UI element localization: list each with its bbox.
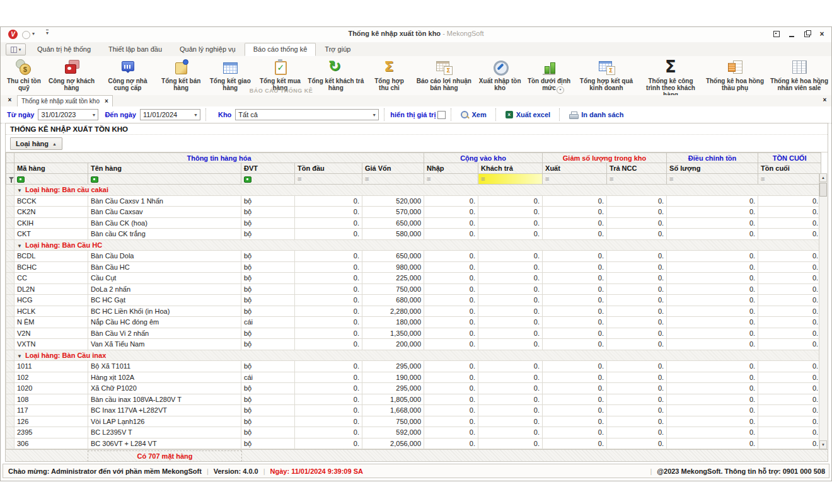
ribbon-item[interactable]: Công nợ khách hàng xyxy=(45,57,99,91)
col-header-customer-return[interactable]: Khách trả xyxy=(478,163,543,174)
filter-opening[interactable]: = xyxy=(295,174,362,185)
print-list-button[interactable]: In danh sách xyxy=(569,111,623,118)
scroll-up-icon[interactable]: ▲ xyxy=(819,173,827,182)
tsigma-icon xyxy=(596,58,616,77)
ribbon-item[interactable]: Thống kê công trình theo khách hàng xyxy=(638,57,703,98)
ribbon-item[interactable]: Tổng kết bán hàng xyxy=(157,57,205,91)
col-header-opening[interactable]: Tồn đầu xyxy=(295,163,362,174)
window-title: Thống kê nhập xuất tồn kho - MekongSoft xyxy=(1,30,831,37)
view-button[interactable]: Xem xyxy=(461,111,486,118)
table-row[interactable]: CKTBàn cầu CK trắngbộ0.580,0000.0.0.0.0.… xyxy=(6,229,821,240)
filter-unit[interactable] xyxy=(241,174,295,185)
restore-icon[interactable] xyxy=(802,30,811,38)
table-row[interactable]: HCLKBC HC Liền Khối (in Hoa)bộ0.2,280,00… xyxy=(6,306,821,317)
col-header-quantity[interactable]: Số lượng xyxy=(667,163,758,174)
ribbon-item[interactable]: Tổng kết mua hàng xyxy=(255,57,305,91)
col-header-closing[interactable]: Tồn cuối xyxy=(758,163,821,174)
chevron-down-icon[interactable]: ▼ xyxy=(370,113,378,117)
col-header-unit[interactable]: ĐVT xyxy=(241,163,295,174)
table-row[interactable]: 102Hàng xịt 102Acái0.190,0000.0.0.0.0.0. xyxy=(6,372,821,383)
warehouse-select[interactable]: Tất cả▼ xyxy=(235,109,379,120)
filter-name[interactable] xyxy=(88,174,241,185)
filter-in[interactable]: = xyxy=(424,174,478,185)
ribbon-tab-0[interactable]: Quản trị hệ thống xyxy=(28,43,100,56)
vertical-scrollbar[interactable]: ▲ ▼ xyxy=(819,173,828,449)
ribbon-item[interactable]: Tổng hợp thu chi xyxy=(367,57,412,91)
ribbon-item[interactable]: Tồn dưới định mức xyxy=(524,57,574,91)
chevron-down-icon[interactable]: ▼ xyxy=(192,113,200,117)
table-row[interactable]: BCDLBàn Cầu Dolabộ0.650,0000.0.0.0.0.0. xyxy=(6,251,821,262)
filter-quantity[interactable]: = xyxy=(667,174,758,185)
window-list-button[interactable]: ▾ xyxy=(6,43,26,55)
filter-cost[interactable]: = xyxy=(362,174,424,185)
group-row[interactable]: ▼Loại hàng: Bàn cầu cakai xyxy=(6,185,821,196)
ribbon-tab-3[interactable]: Báo cáo thống kê xyxy=(245,43,316,56)
col-header-cost[interactable]: Giá Vốn xyxy=(362,163,424,174)
scroll-down-icon[interactable]: ▼ xyxy=(819,440,827,449)
group-by-button[interactable]: Loại hàng▲ xyxy=(10,137,62,150)
ribbon-item[interactable]: Tổng kết giao hàng xyxy=(205,57,255,91)
from-date-input[interactable]: 31/01/2023▼ xyxy=(38,109,98,120)
ribbon-item[interactable]: Báo cáo lợi nhuận bán hàng xyxy=(412,57,476,91)
close-icon[interactable]: × xyxy=(818,30,826,38)
filter-supplier-return[interactable]: = xyxy=(607,174,667,185)
table-row[interactable]: 1020Xã Chữ P1020bộ0.295,0000.0.0.0.0.0. xyxy=(6,383,821,394)
col-header-code[interactable]: Mã hàng xyxy=(14,163,88,174)
table-row[interactable]: HCGBC HC Gạtbộ0.680,0000.0.0.0.0.0. xyxy=(6,295,821,306)
table-row[interactable]: CCCầu Cụtbộ0.225,0000.0.0.0.0.0. xyxy=(6,273,821,284)
group-row[interactable]: ▼Loại hàng: Bàn Cầu inax xyxy=(6,350,821,361)
band-ending-stock: TỒN CUỐI xyxy=(758,153,821,163)
filter-code[interactable] xyxy=(14,174,88,185)
close-all-tabs-icon[interactable]: × xyxy=(6,96,14,105)
table-row[interactable]: 1011Bộ Xã T1011bộ0.295,0000.0.0.0.0.0. xyxy=(6,361,821,372)
col-header-in[interactable]: Nhập xyxy=(424,163,478,174)
ribbon-item[interactable]: Công nợ nhà cung cấp xyxy=(98,57,156,91)
table-row[interactable]: 2395BC L2395V Tbộ0.592,0000.0.0.0.0.0. xyxy=(6,427,821,438)
fullscreen-icon[interactable] xyxy=(772,30,781,38)
table-row[interactable]: VXTNVan Xã Tiểu Nambộ0.200,0000.0.0.0.0.… xyxy=(6,339,821,350)
ribbon-tab-2[interactable]: Quản lý nghiệp vụ xyxy=(171,43,245,56)
chevron-down-icon[interactable]: ▼ xyxy=(90,113,98,117)
collapse-arrow-icon[interactable]: ▼ xyxy=(17,188,22,193)
table-row[interactable]: 306BC 306VT + L284 VTbộ0.2,056,0000.0.0.… xyxy=(6,438,821,449)
table-row[interactable]: BCHCBàn Cầu HCbộ0.980,0000.0.0.0.0.0. xyxy=(6,261,821,273)
col-header-supplier-return[interactable]: Trả NCC xyxy=(607,163,667,174)
ribbon-tab-1[interactable]: Thiết lập ban đầu xyxy=(100,43,171,56)
table-row[interactable]: V2NBàn Cầu Vi 2 nhấnbộ0.1,350,0000.0.0.0… xyxy=(6,328,821,339)
group-row[interactable]: ▼Loại hàng: Bàn Cầu HC xyxy=(6,239,821,251)
table-row[interactable]: CKIHBàn Cầu CK (hoa)bộ0.650,0000.0.0.0.0… xyxy=(6,217,821,229)
ribbon-tab-4[interactable]: Trợ giúp xyxy=(316,43,359,56)
collapse-arrow-icon[interactable]: ▼ xyxy=(17,243,22,249)
table-row[interactable]: 126Vòi LAP Lạnh126bộ0.750,0000.0.0.0.0.0… xyxy=(6,416,821,427)
ribbon-collapse-icon[interactable]: ^ xyxy=(818,81,821,88)
show-value-checkbox[interactable] xyxy=(437,111,446,119)
table-row[interactable]: 108Bàn cầu inax 108VA-L280V Tbộ0.1,805,0… xyxy=(6,394,821,405)
export-excel-button[interactable]: x Xuất excel xyxy=(506,111,550,118)
ribbon-item[interactable]: Tổng hợp kết quả kinh doanh xyxy=(574,57,638,91)
table-row[interactable]: N ÊMNắp Cầu HC đóng êmcái0.180,0000.0.0.… xyxy=(6,317,821,328)
col-header-name[interactable]: Tên hàng xyxy=(88,163,241,174)
ribbon-item-label: Tổng hợp kết quả kinh doanh xyxy=(577,77,636,91)
ribbon-item[interactable]: Xuất nhập tồn kho xyxy=(476,57,524,91)
ribbon-item[interactable]: Thu chi tồn quỹ xyxy=(3,57,45,91)
ribbon-item[interactable]: Thống kê hoa hồng nhân viên sale xyxy=(767,57,831,91)
to-date-input[interactable]: 11/01/2024▼ xyxy=(140,109,200,120)
dialog-launcher-icon[interactable]: ▾ xyxy=(557,86,564,94)
tab-close-icon[interactable]: × xyxy=(105,98,108,105)
ribbon-item[interactable]: Tổng kết khách trả hàng xyxy=(305,57,367,91)
filter-out[interactable]: = xyxy=(543,174,607,185)
welcome-text: Chào mừng: Administrator đến với phần mề… xyxy=(8,467,202,475)
table-row[interactable]: 117BC Inax 117VA +L282VTbộ0.1,668,0000.0… xyxy=(6,405,821,416)
filter-customer-return-selected[interactable]: = xyxy=(478,174,543,185)
collapse-arrow-icon[interactable]: ▼ xyxy=(17,353,22,359)
ribbon-item[interactable]: Thống kê hoa hồng thầu phụ xyxy=(703,57,767,91)
minimize-icon[interactable] xyxy=(787,30,796,38)
table-row[interactable]: BCCKBàn Cầu Caxsv 1 Nhấnbộ0.520,0000.0.0… xyxy=(6,195,821,207)
scrollbar-thumb[interactable] xyxy=(819,183,827,197)
tabs-close-icon[interactable]: × xyxy=(821,96,829,105)
filter-closing[interactable]: = xyxy=(758,174,821,185)
table-row[interactable]: DL2NDoLa 2 nhấnbộ0.750,0000.0.0.0.0.0. xyxy=(6,284,821,295)
col-header-out[interactable]: Xuất xyxy=(543,163,607,174)
table-row[interactable]: CK2NBàn Cầu Caxsavbộ0.570,0000.0.0.0.0.0… xyxy=(6,207,821,218)
tab-inventory-report[interactable]: Thống kê nhập xuất tồn kho × xyxy=(17,95,113,106)
